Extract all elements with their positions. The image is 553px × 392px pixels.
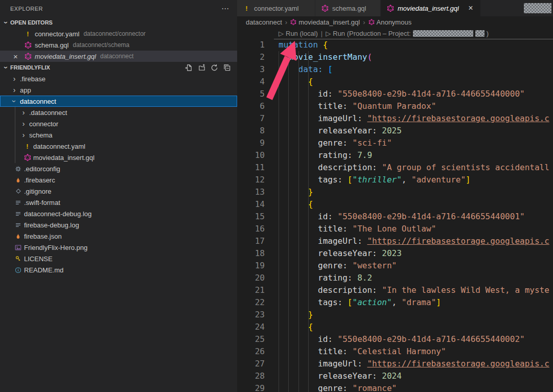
tree-file-editorconfig[interactable]: .editorconfig [0,163,237,174]
open-editor-item-moviedata-insert-gql[interactable]: ×moviedata_insert.gqldataconnect [0,51,237,62]
breadcrumb-item-anonymous[interactable]: Anonymous [368,18,412,26]
code-line[interactable]: 14 { [237,198,553,211]
line-number[interactable]: 25 [237,333,265,345]
run-local-link[interactable]: ▷ Run (local) [279,30,318,37]
code-line[interactable]: 29 genre: "romance" [237,382,553,392]
code-line[interactable]: 1mutation { [237,39,553,51]
code-line[interactable]: 22 tags: ["action", "drama"] [237,296,553,309]
line-number[interactable]: 26 [237,345,265,358]
code-line[interactable]: 23 } [237,309,553,321]
line-number[interactable]: 12 [237,174,265,186]
tab-schema-gql[interactable]: schema.gql [315,0,381,16]
open-editor-item-connector-yaml[interactable]: !connector.yamldataconnect/connector [0,28,237,39]
code-line[interactable]: 18 releaseYear: 2023 [237,247,553,260]
new-folder-button[interactable] [197,63,205,72]
tree-file-firebaserc[interactable]: .firebaserc [0,174,237,186]
line-number[interactable]: 27 [237,358,265,370]
line-number[interactable]: 29 [237,382,265,392]
line-number[interactable]: 28 [237,370,265,382]
code-line[interactable]: 25 id: "550e8400-e29b-41d4-a716-44665544… [237,333,553,345]
graphql-icon [290,19,296,25]
tree-file-dataconnect-yaml[interactable]: !dataconnect.yaml [0,141,237,152]
open-editors-section-header[interactable]: › OPEN EDITORS [0,17,237,28]
code-line[interactable]: 21 description: "In the lawless Wild Wes… [237,284,553,296]
line-number[interactable]: 23 [237,309,265,321]
line-number[interactable]: 8 [237,125,265,137]
code-line[interactable]: 9 genre: "sci-fi" [237,137,553,149]
line-number[interactable]: 11 [237,162,265,174]
tree-file-gitignore[interactable]: .gitignore [0,186,237,197]
tree-file-friendlyflix-hero-png[interactable]: FriendlyFlix-Hero.png [0,242,237,253]
tab-close-icon[interactable]: × [466,4,475,12]
line-number[interactable]: 16 [237,223,265,235]
close-icon[interactable]: × [13,53,24,60]
line-number[interactable]: 9 [237,137,265,149]
more-actions-icon[interactable]: ⋯ [221,4,229,13]
line-number[interactable]: 5 [237,88,265,100]
code-editor[interactable]: 1mutation {2 movie_insertMany(3 data: [4… [237,39,553,392]
code-line[interactable]: 17 imageUrl: "https://firebasestorage.go… [237,235,553,247]
code-line[interactable]: 15 id: "550e8400-e29b-41d4-a716-44665544… [237,211,553,223]
tab-moviedata-insert-gql[interactable]: moviedata_insert.gql× [381,0,481,16]
tree-file-readme-md[interactable]: README.md [0,264,237,275]
line-number[interactable]: 3 [237,63,265,76]
collapse-all-button[interactable] [223,63,231,72]
line-number[interactable]: 1 [237,39,265,51]
tree-folder-dataconnect[interactable]: ›dataconnect [0,96,237,107]
line-number[interactable]: 13 [237,186,265,198]
code-line[interactable]: 7 imageUrl: "https://firebasestorage.goo… [237,112,553,125]
code-line[interactable]: 26 title: "Celestial Harmony" [237,345,553,358]
line-number[interactable]: 24 [237,321,265,333]
tree-file-moviedata-insert-gql[interactable]: moviedata_insert.gql [0,152,237,163]
line-number[interactable]: 19 [237,260,265,272]
tree-file-license[interactable]: LICENSE [0,253,237,264]
tree-folder-connector[interactable]: ›connector [0,118,237,129]
code-line[interactable]: 12 tags: ["thriller", "adventure"] [237,174,553,186]
workspace-section-header[interactable]: › FRIENDLYFLIX [0,62,237,73]
tree-file-firebase-debug-log[interactable]: firebase-debug.log [0,219,237,230]
run-production-link[interactable]: ▷ Run (Production – Project: ) [326,30,489,37]
code-line[interactable]: 4 { [237,76,553,88]
open-editor-item-schema-gql[interactable]: schema.gqldataconnect/schema [0,39,237,51]
tree-file-firebase-json[interactable]: firebase.json [0,230,237,242]
line-number[interactable]: 17 [237,235,265,247]
tree-file-swift-format[interactable]: .swift-format [0,197,237,208]
line-number[interactable]: 6 [237,100,265,112]
code-line[interactable]: 13 } [237,186,553,198]
code-line[interactable]: 3 data: [ [237,63,553,76]
line-number[interactable]: 21 [237,284,265,296]
tab-connector-yaml[interactable]: !connector.yaml [237,0,315,16]
code-line[interactable]: 2 movie_insertMany( [237,51,553,63]
tree-folder-dataconnect[interactable]: ›.dataconnect [0,107,237,118]
refresh-button[interactable] [210,63,218,72]
code-line[interactable]: 27 imageUrl: "https://firebasestorage.go… [237,358,553,370]
code-line[interactable]: 6 title: "Quantum Paradox" [237,100,553,112]
line-number[interactable]: 20 [237,272,265,284]
tree-item-label: .swift-format [24,199,60,206]
tree-file-dataconnect-debug-log[interactable]: dataconnect-debug.log [0,208,237,219]
line-number[interactable]: 14 [237,198,265,211]
breadcrumb-item-moviedata-insert-gql[interactable]: moviedata_insert.gql [290,18,360,26]
code-line[interactable]: 24 { [237,321,553,333]
line-number[interactable]: 2 [237,51,265,63]
code-line[interactable]: 11 description: "A group of scientists a… [237,162,553,174]
code-line[interactable]: 10 rating: 7.9 [237,149,553,162]
code-line[interactable]: 19 genre: "western" [237,260,553,272]
tree-folder-schema[interactable]: ›schema [0,129,237,141]
code-line[interactable]: 5 id: "550e8400-e29b-41d4-a716-446655440… [237,88,553,100]
code-line[interactable]: 20 rating: 8.2 [237,272,553,284]
line-number[interactable]: 4 [237,76,265,88]
code-line[interactable]: 16 title: "The Lone Outlaw" [237,223,553,235]
line-number[interactable]: 15 [237,211,265,223]
line-number[interactable]: 18 [237,247,265,260]
tree-folder-firebase[interactable]: ›.firebase [0,73,237,84]
line-number[interactable]: 7 [237,112,265,125]
line-number[interactable]: 22 [237,296,265,309]
breadcrumb-item-dataconnect[interactable]: dataconnect [246,18,282,26]
new-file-button[interactable] [185,63,193,72]
code-text: releaseYear: 2023 [265,247,402,260]
code-line[interactable]: 28 releaseYear: 2024 [237,370,553,382]
code-line[interactable]: 8 releaseYear: 2025 [237,125,553,137]
line-number[interactable]: 10 [237,149,265,162]
tree-folder-app[interactable]: ›app [0,84,237,96]
